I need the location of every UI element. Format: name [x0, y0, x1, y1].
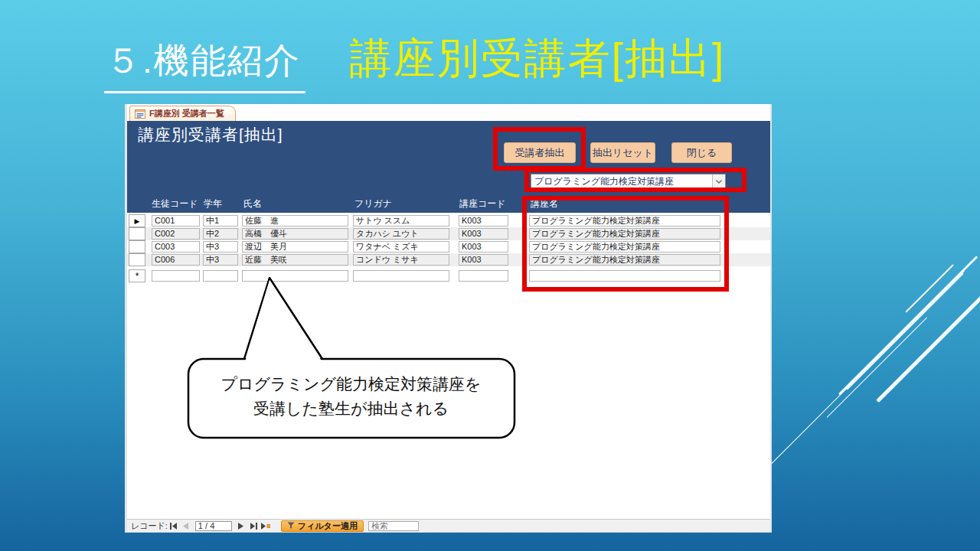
- last-record-button[interactable]: [248, 521, 259, 531]
- cell-student-code[interactable]: C003: [152, 241, 200, 253]
- form-title: 講座別受講者[抽出]: [138, 124, 283, 145]
- cell-grade[interactable]: 中3: [203, 241, 238, 253]
- column-header-grade: 学年: [204, 197, 222, 210]
- reset-extract-button[interactable]: 抽出リセット: [590, 142, 655, 163]
- record-selector-current[interactable]: ▶: [129, 214, 145, 227]
- form-icon: [135, 109, 145, 119]
- cell-name[interactable]: 渡辺 美月: [242, 241, 348, 253]
- record-navigation-bar: レコード: 1 / 4 フィルター適用: [127, 519, 770, 532]
- callout-line1: プログラミング能力検定対策講座を: [188, 372, 514, 396]
- cell-course-code[interactable]: K003: [459, 241, 508, 253]
- cell-grade[interactable]: 中2: [203, 228, 238, 240]
- cell-course-code[interactable]: K003: [459, 228, 508, 240]
- cell-name[interactable]: 近藤 美咲: [242, 254, 348, 266]
- record-selector-new[interactable]: *: [129, 269, 145, 282]
- cell-student-code[interactable]: C002: [152, 228, 200, 240]
- record-selector[interactable]: [129, 253, 145, 266]
- document-tab-label: F講座別 受講者一覧: [149, 108, 224, 119]
- document-tab-strip: F講座別 受講者一覧: [127, 104, 770, 121]
- new-record-button[interactable]: [260, 521, 271, 531]
- slide-title-number: ５.機能紹介: [104, 37, 305, 93]
- document-tab[interactable]: F講座別 受講者一覧: [129, 106, 236, 121]
- close-button[interactable]: 閉じる: [671, 142, 732, 163]
- slide-title-feature: 講座別受講者[抽出]: [350, 31, 726, 87]
- cell-grade[interactable]: 中1: [203, 215, 238, 227]
- highlight-rect-course-column: [522, 196, 729, 292]
- filter-applied-label: フィルター適用: [298, 520, 358, 532]
- cell-furigana[interactable]: コンドウ ミサキ: [353, 254, 449, 266]
- record-label: レコード:: [131, 520, 168, 532]
- previous-record-button[interactable]: [181, 521, 191, 531]
- cell-student-code[interactable]: C001: [152, 215, 200, 227]
- search-input[interactable]: [368, 521, 419, 531]
- cell-student-code[interactable]: C006: [152, 254, 200, 266]
- column-header-course-code: 講座コード: [459, 197, 506, 210]
- column-header-student-code: 生徒コード: [152, 197, 198, 210]
- record-selector[interactable]: [129, 240, 145, 253]
- callout-line2: 受講した塾生が抽出される: [188, 396, 514, 421]
- slide-title: ５.機能紹介 講座別受講者[抽出]: [104, 31, 725, 93]
- new-record-asterisk: *: [136, 271, 139, 282]
- first-record-button[interactable]: [168, 521, 179, 531]
- next-record-button[interactable]: [236, 521, 247, 531]
- cell-name[interactable]: 高橋 優斗: [242, 228, 348, 240]
- filter-applied-button[interactable]: フィルター適用: [281, 520, 364, 532]
- cell-course-code[interactable]: K003: [459, 254, 508, 266]
- cell-name[interactable]: 佐藤 進: [242, 215, 348, 227]
- callout-text: プログラミング能力検定対策講座を 受講した塾生が抽出される: [188, 372, 514, 421]
- highlight-rect-extract-button: [493, 127, 586, 171]
- column-header-furigana: フリガナ: [354, 197, 392, 210]
- cell-furigana[interactable]: サトウ ススム: [353, 215, 449, 227]
- slide-background: { "slide": { "title_white": "５.機能紹介", "t…: [0, 0, 980, 551]
- cell-course-code[interactable]: K003: [459, 215, 508, 227]
- record-selector[interactable]: [129, 227, 145, 240]
- highlight-rect-course-dropdown: [524, 168, 746, 192]
- funnel-icon: [287, 522, 295, 530]
- cell-furigana[interactable]: タカハシ ユウト: [353, 228, 449, 240]
- column-header-name: 氏名: [243, 197, 262, 210]
- record-position-box[interactable]: 1 / 4: [195, 521, 232, 531]
- cell-furigana[interactable]: ワタナベ ミズキ: [353, 241, 449, 253]
- cell-grade[interactable]: 中3: [203, 254, 238, 266]
- current-record-arrow: ▶: [135, 217, 140, 225]
